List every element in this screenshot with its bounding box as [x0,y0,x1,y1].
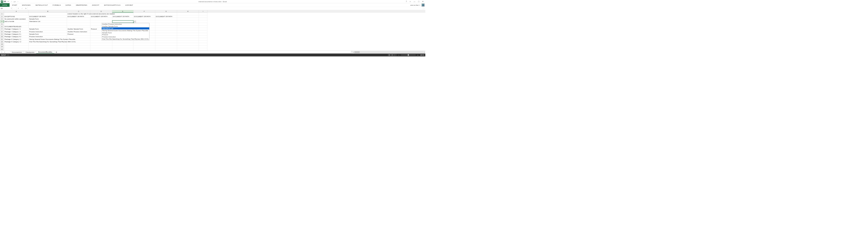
col-header-B[interactable]: B [29,10,67,13]
cell-H4[interactable] [177,20,199,23]
cell-H14[interactable] [177,45,199,48]
sheet-nav[interactable]: ◄ ► ⋯ [0,51,10,54]
sheet-tab-checkpoints[interactable]: Checkpoints [24,51,36,54]
cell-G14[interactable] [155,45,177,48]
cell-A12[interactable]: Package II Category I 2 [4,40,29,43]
cell-C9[interactable]: Protocol [67,33,90,35]
cell-D13[interactable] [90,43,112,45]
dropdown-option[interactable]: Having Several Dozen Documents Making Th… [102,30,150,32]
minimize-icon[interactable]: — [413,0,416,3]
horizontal-scrollbar[interactable]: ◄ ► [352,51,426,54]
cell-B6[interactable] [29,26,67,28]
cell-A5[interactable] [4,23,29,25]
ribbon-tab-datei[interactable]: DATEI [0,3,9,7]
maximize-icon[interactable]: ☐ [417,0,421,3]
cell-G9[interactable] [155,33,177,35]
zoom-level[interactable]: 100 % [420,54,424,56]
cell-dropdown-button[interactable]: ▼ [134,20,136,23]
cell-F3[interactable] [133,18,155,20]
dropdown-option[interactable]: Protocol [102,34,150,36]
cell-F14[interactable] [133,45,155,48]
cell-A1[interactable] [4,13,29,15]
ribbon-tab-ueberpruefen[interactable]: ÜBERPRÜFEN [73,3,90,7]
help-icon[interactable]: ? [405,0,408,3]
cell-C4[interactable] [67,20,90,23]
cell-B10[interactable]: Process Instruction [29,35,67,38]
cells-area[interactable]: extend headers to the right if more exte… [4,13,208,51]
cell-I9[interactable] [199,33,207,35]
ribbon-tab-seitenlayout[interactable]: SEITENLAYOUT [33,3,51,7]
cell-D14[interactable] [90,45,112,48]
cell-G6[interactable] [155,26,177,28]
cell-I2[interactable] [199,15,207,18]
cell-C3[interactable] [67,18,90,20]
ribbon-tab-start[interactable]: START [9,3,20,7]
cell-A11[interactable]: Package II Category I 1 [4,38,29,40]
cell-C7[interactable]: Another Sample Form [67,28,90,30]
cell-I15[interactable] [199,48,207,51]
cell-H8[interactable] [177,30,199,33]
row-header-1[interactable]: 1 [0,13,4,15]
dropdown-option[interactable]: Find This File Searching For Something T… [102,38,150,40]
row-header-14[interactable]: 14 [0,45,4,48]
cell-C10[interactable] [67,35,90,38]
row-header-11[interactable]: 11 [0,38,4,40]
cell-C6[interactable] [67,26,90,28]
row-header-9[interactable]: 9 [0,33,4,35]
name-box[interactable]: E4 ▼ [0,7,12,10]
hscroll-thumb[interactable] [354,51,360,53]
cell-H1[interactable] [177,13,199,15]
zoom-out-button[interactable]: – [398,54,400,56]
dropdown-option[interactable]: Another Process Instruction [102,23,150,25]
select-all-corner[interactable] [0,10,4,13]
cell-G12[interactable] [155,40,177,43]
col-header-G[interactable]: G [155,10,177,13]
hscroll-left-icon[interactable]: ◄ [352,51,354,53]
cancel-formula-icon[interactable]: ✕ [18,8,19,9]
cell-C8[interactable]: Another Process Instruction [67,30,90,33]
cell-E3[interactable] [112,18,133,20]
row-header-4[interactable]: 4 [0,20,4,23]
formula-bar-expand-icon[interactable]: ⌄ [423,7,425,10]
cell-A4[interactable]: add to bundle [4,20,29,23]
ribbon-tab-einfuegen[interactable]: EINFÜGEN [20,3,33,7]
macro-record-icon[interactable] [7,54,9,56]
cell-C15[interactable] [67,48,90,51]
cell-C2[interactable]: DOCUMENT OR PATH [67,15,90,18]
cell-E2[interactable]: DOCUMENT OR PATH [112,15,133,18]
cell-A7[interactable]: Package I Category I 1 [4,28,29,30]
sheet-nav-first-icon[interactable]: ◄ [1,52,2,53]
cell-I3[interactable] [199,18,207,20]
error-dropdown-icon[interactable]: ▾ [420,4,421,5]
qat-dropdown-icon[interactable]: ▾ [17,0,19,3]
row-header-12[interactable]: 12 [0,40,4,43]
cell-H10[interactable] [177,35,199,38]
cell-H9[interactable] [177,33,199,35]
row-header-15[interactable]: 15 [0,48,4,51]
cell-B5[interactable] [29,23,67,25]
cell-B15[interactable] [29,48,67,51]
redo-icon[interactable]: ↷ [10,0,13,3]
cell-H3[interactable] [177,18,199,20]
cell-F12[interactable] [133,40,155,43]
cell-I6[interactable] [199,26,207,28]
dropdown-option[interactable]: Attendance List [102,27,150,30]
sheet-nav-last-icon[interactable]: ► [4,52,5,53]
ribbon-tab-entwicklertools[interactable]: ENTWICKLERTOOLS [102,3,123,7]
sheet-nav-menu-icon[interactable]: ⋯ [7,51,9,53]
cell-E14[interactable] [112,45,133,48]
cell-E15[interactable] [112,48,133,51]
cell-H6[interactable] [177,26,199,28]
cell-H12[interactable] [177,40,199,43]
undo-icon[interactable]: ↶ [7,0,9,3]
save-icon[interactable]: 💾 [4,0,6,3]
cell-C14[interactable] [67,45,90,48]
cell-F1[interactable] [133,13,155,15]
ribbon-tab-daten[interactable]: DATEN [63,3,73,7]
zoom-in-button[interactable]: + [417,54,419,56]
cell-G4[interactable] [155,20,177,23]
cell-A13[interactable] [4,43,29,45]
row-header-3[interactable]: 3 [0,18,4,20]
cell-H2[interactable] [177,15,199,18]
accept-formula-icon[interactable]: ✓ [22,8,23,9]
